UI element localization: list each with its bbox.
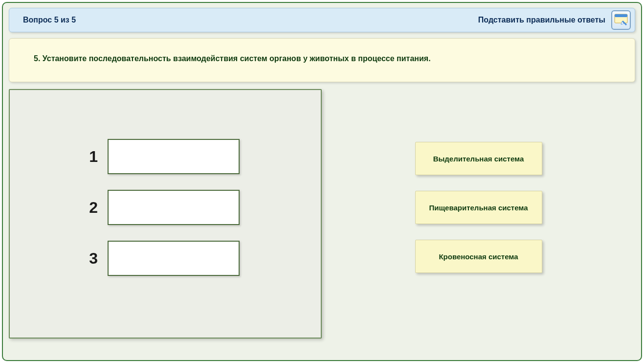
question-text: 5. Установите последовательность взаимод… (34, 53, 610, 64)
option-chip[interactable]: Выделительная система (415, 142, 542, 175)
option-chip[interactable]: Кровеносная система (415, 240, 542, 273)
slot-number: 1 (78, 148, 108, 166)
insert-answers-icon (614, 14, 628, 26)
work-area: 1 2 3 Выделительная система Пищеваритель… (9, 89, 635, 339)
option-chip[interactable]: Пищеварительная система (415, 191, 542, 224)
drop-target-panel: 1 2 3 (9, 89, 322, 339)
drop-slot-2[interactable] (108, 190, 240, 225)
slot-row: 3 (78, 241, 321, 276)
drop-slot-1[interactable] (108, 139, 240, 174)
hint-label: Подставить правильные ответы (478, 16, 605, 24)
drop-slot-3[interactable] (108, 241, 240, 276)
show-answers-button[interactable] (611, 10, 631, 30)
quiz-frame: Вопрос 5 из 5 Подставить правильные отве… (2, 2, 642, 361)
question-panel: 5. Установите последовательность взаимод… (9, 38, 635, 82)
option-label: Выделительная система (433, 155, 524, 163)
question-progress: Вопрос 5 из 5 (23, 16, 76, 24)
option-label: Кровеносная система (439, 252, 518, 261)
header-bar: Вопрос 5 из 5 Подставить правильные отве… (9, 8, 635, 32)
svg-rect-1 (615, 14, 627, 17)
slot-row: 1 (78, 139, 321, 174)
slot-number: 2 (78, 199, 108, 217)
header-actions: Подставить правильные ответы (478, 10, 631, 30)
slot-number: 3 (78, 250, 108, 268)
slot-row: 2 (78, 190, 321, 225)
option-label: Пищеварительная система (429, 204, 528, 212)
options-panel: Выделительная система Пищеварительная си… (322, 89, 635, 339)
